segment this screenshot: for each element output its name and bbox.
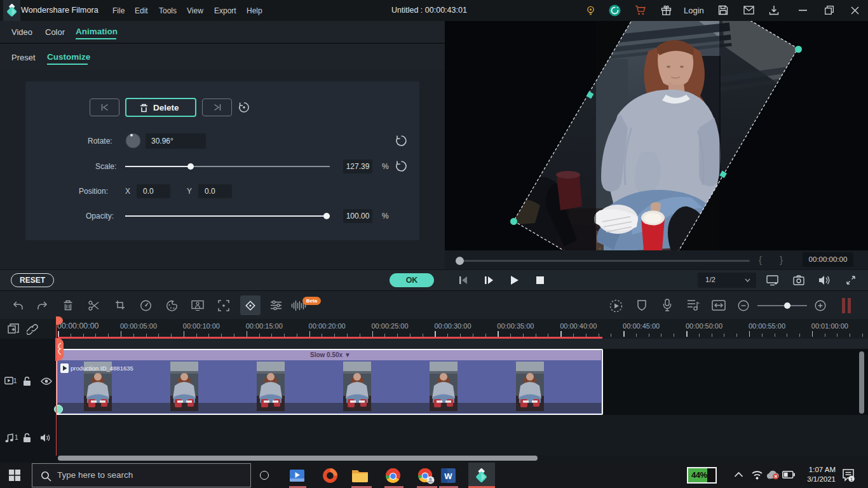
- svg-text:W: W: [444, 471, 452, 481]
- svg-text:1: 1: [850, 477, 853, 482]
